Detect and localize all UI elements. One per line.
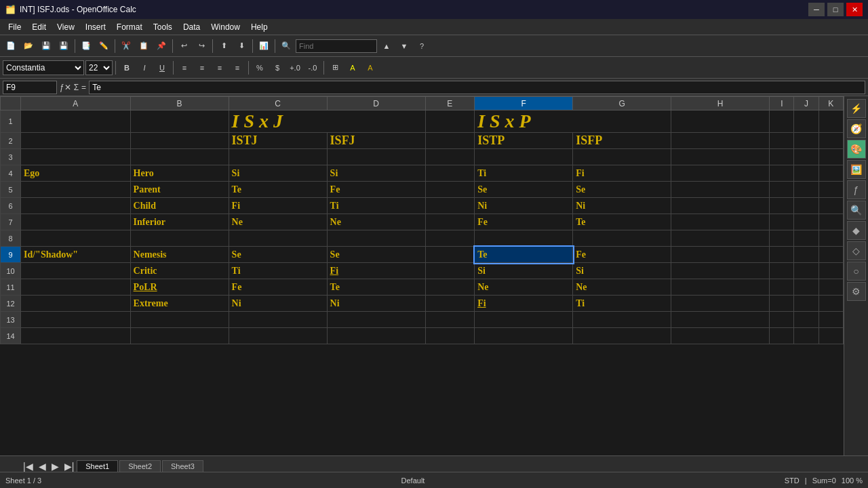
sidebar-extensions-icon[interactable]: ⚡: [847, 99, 866, 118]
cell-j5[interactable]: [794, 182, 818, 198]
open-button[interactable]: 📂: [20, 38, 37, 54]
copy-button[interactable]: 📋: [136, 38, 152, 54]
col-header-a[interactable]: A: [21, 97, 131, 110]
menu-format[interactable]: Format: [111, 21, 148, 33]
cell-j9[interactable]: [794, 247, 818, 263]
border-button[interactable]: ⊞: [327, 60, 343, 76]
cell-c7[interactable]: Ne: [229, 214, 327, 230]
close-button[interactable]: ✕: [846, 3, 863, 16]
sidebar-navigator-icon[interactable]: 🧭: [847, 119, 866, 138]
sheet-nav-last[interactable]: ▶|: [62, 461, 77, 472]
cell-j14[interactable]: [794, 328, 818, 344]
currency-button[interactable]: $: [269, 60, 285, 76]
cell-a12[interactable]: [21, 296, 131, 312]
cell-c11[interactable]: Fe: [229, 279, 327, 296]
cell-b14[interactable]: [130, 328, 229, 344]
cell-i4[interactable]: [770, 165, 794, 182]
cell-d4[interactable]: Si: [327, 165, 425, 182]
cell-i13[interactable]: [770, 312, 794, 328]
chart-button[interactable]: 📊: [256, 38, 272, 54]
cell-a14[interactable]: [21, 328, 131, 344]
cell-a7[interactable]: [21, 214, 131, 230]
cell-a1[interactable]: [21, 110, 131, 133]
row-num-13[interactable]: 13: [1, 312, 21, 328]
cell-b5[interactable]: Parent: [130, 182, 229, 198]
formula-input[interactable]: [89, 81, 865, 94]
cell-i9[interactable]: [770, 247, 794, 263]
col-header-f[interactable]: F: [475, 97, 573, 110]
row-num-9[interactable]: 9: [1, 247, 21, 263]
cell-a2[interactable]: [21, 133, 131, 149]
cell-c5[interactable]: Te: [229, 182, 327, 198]
cell-k12[interactable]: [818, 296, 843, 312]
cell-g3[interactable]: [573, 149, 671, 165]
row-num-12[interactable]: 12: [1, 296, 21, 312]
sidebar-extra1-icon[interactable]: ◆: [847, 221, 866, 240]
cell-i1[interactable]: [770, 110, 794, 133]
find-next-button[interactable]: ▼: [396, 38, 412, 54]
cell-k11[interactable]: [818, 279, 843, 296]
cell-g14[interactable]: [573, 328, 671, 344]
menu-window[interactable]: Window: [205, 21, 245, 33]
cell-g10[interactable]: Si: [573, 263, 671, 279]
sidebar-functions-icon[interactable]: ƒ: [847, 180, 866, 199]
cell-c9[interactable]: Se: [229, 247, 327, 263]
cell-e13[interactable]: [425, 312, 475, 328]
sort-desc-button[interactable]: ⬇: [233, 38, 250, 54]
cell-g7[interactable]: Te: [573, 214, 671, 230]
col-header-d[interactable]: D: [327, 97, 425, 110]
undo-button[interactable]: ↩: [176, 38, 192, 54]
highlight-button[interactable]: A: [344, 60, 361, 76]
cell-j10[interactable]: [794, 263, 818, 279]
cell-b2[interactable]: [130, 133, 229, 149]
new-button[interactable]: 📄: [3, 38, 19, 54]
cell-g8[interactable]: [573, 230, 671, 247]
cell-b10[interactable]: Critic: [130, 263, 229, 279]
cell-b1[interactable]: [130, 110, 229, 133]
row-num-7[interactable]: 7: [1, 214, 21, 230]
cell-f8[interactable]: [475, 230, 573, 247]
cell-g12[interactable]: Ti: [573, 296, 671, 312]
find-prev-button[interactable]: ▲: [378, 38, 395, 54]
cell-h12[interactable]: [671, 296, 770, 312]
cell-f7[interactable]: Fe: [475, 214, 573, 230]
equals-icon[interactable]: =: [81, 83, 86, 92]
cell-d5[interactable]: Fe: [327, 182, 425, 198]
dec-increase-button[interactable]: +.0: [287, 60, 303, 76]
cell-e14[interactable]: [425, 328, 475, 344]
col-header-k[interactable]: K: [818, 97, 843, 110]
cell-j7[interactable]: [794, 214, 818, 230]
row-num-11[interactable]: 11: [1, 279, 21, 296]
font-size-select[interactable]: 22: [85, 60, 113, 75]
row-num-5[interactable]: 5: [1, 182, 21, 198]
cell-j4[interactable]: [794, 165, 818, 182]
sidebar-settings-icon[interactable]: ⚙: [847, 282, 866, 301]
cell-e11[interactable]: [425, 279, 475, 296]
cell-c2[interactable]: ISTJ: [229, 133, 327, 149]
sheet-tab-sheet1[interactable]: Sheet1: [77, 460, 118, 472]
cell-c4[interactable]: Si: [229, 165, 327, 182]
cell-f11[interactable]: Ne: [475, 279, 573, 296]
function-wizard-icon[interactable]: ƒ✕: [60, 83, 71, 92]
cell-c1[interactable]: I S x J: [229, 110, 425, 133]
cell-d14[interactable]: [327, 328, 425, 344]
cell-e9[interactable]: [425, 247, 475, 263]
titlebar-controls[interactable]: ─ □ ✕: [808, 3, 863, 16]
cell-g4[interactable]: Fi: [573, 165, 671, 182]
cell-d9[interactable]: Se: [327, 247, 425, 263]
sheet-nav-prev[interactable]: ◀: [36, 461, 49, 472]
cell-g11[interactable]: Ne: [573, 279, 671, 296]
cell-i7[interactable]: [770, 214, 794, 230]
cell-k13[interactable]: [818, 312, 843, 328]
menu-data[interactable]: Data: [178, 21, 205, 33]
cell-h1[interactable]: [671, 110, 770, 133]
cell-e12[interactable]: [425, 296, 475, 312]
sheet-nav-first[interactable]: |◀: [20, 461, 36, 472]
cell-h9[interactable]: [671, 247, 770, 263]
cell-d11[interactable]: Te: [327, 279, 425, 296]
font-color-button[interactable]: A: [362, 60, 378, 76]
cell-a13[interactable]: [21, 312, 131, 328]
cell-i11[interactable]: [770, 279, 794, 296]
cell-c10[interactable]: Ti: [229, 263, 327, 279]
find-input[interactable]: [296, 39, 377, 53]
